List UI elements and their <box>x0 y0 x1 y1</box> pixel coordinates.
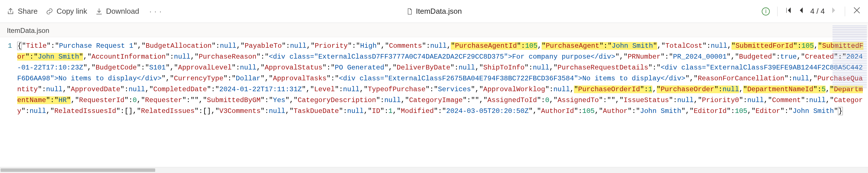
horizontal-scrollbar[interactable] <box>0 167 868 173</box>
minimap[interactable] <box>833 25 867 88</box>
file-icon <box>406 8 413 15</box>
close-button[interactable] <box>852 6 861 16</box>
copy-link-label: Copy link <box>56 7 87 16</box>
first-page-button[interactable] <box>785 7 793 16</box>
file-name: ItemData.json <box>416 7 462 16</box>
editor: 1 {"Title":"Purchase Request 1","BudgetA… <box>0 37 868 173</box>
next-page-button[interactable] <box>830 7 837 16</box>
line-number: 1 <box>0 41 12 51</box>
download-icon <box>95 7 103 15</box>
more-button[interactable]: · · · <box>150 7 162 15</box>
link-icon <box>45 7 54 15</box>
prev-page-button[interactable] <box>798 7 805 16</box>
share-icon <box>7 7 15 15</box>
copy-link-button[interactable]: Copy link <box>45 7 87 16</box>
tab-itemdata[interactable]: ItemData.json <box>7 24 49 37</box>
info-icon[interactable]: i <box>762 7 770 15</box>
download-button[interactable]: Download <box>95 7 139 16</box>
close-icon <box>852 6 861 14</box>
gutter: 1 <box>0 37 15 173</box>
toolbar-left: Share Copy link Download · · · <box>7 7 162 16</box>
share-label: Share <box>18 7 37 16</box>
tab-bar: ItemData.json <box>0 23 868 37</box>
divider <box>845 7 845 16</box>
title-area: ItemData.json <box>406 7 462 16</box>
toolbar-right: i 4 / 4 <box>762 6 861 16</box>
share-button[interactable]: Share <box>7 7 37 16</box>
page-counter: 4 / 4 <box>810 7 825 16</box>
download-label: Download <box>106 7 139 16</box>
toolbar: Share Copy link Download · · · ItemData.… <box>0 0 868 23</box>
code-area[interactable]: {"Title":"Purchase Request 1","BudgetAll… <box>15 37 868 173</box>
